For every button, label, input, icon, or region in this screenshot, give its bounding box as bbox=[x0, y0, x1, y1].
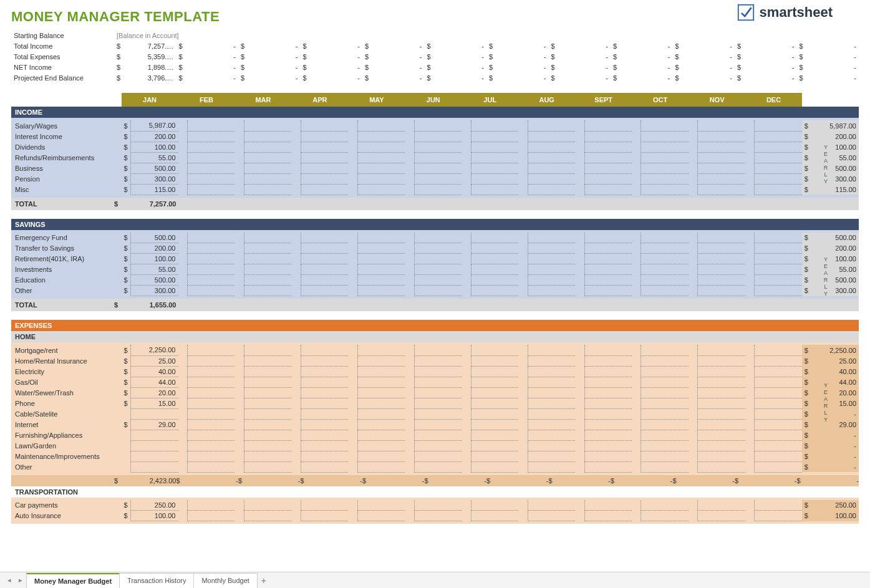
cell-value[interactable] bbox=[641, 275, 689, 286]
cell-value[interactable] bbox=[641, 254, 689, 264]
cell-value[interactable] bbox=[471, 440, 518, 451]
cell-value[interactable] bbox=[471, 286, 518, 296]
cell-value[interactable] bbox=[755, 511, 802, 521]
cell-value[interactable]: - bbox=[331, 72, 362, 83]
cell-value[interactable]: - bbox=[331, 41, 362, 51]
cell-value[interactable] bbox=[187, 152, 234, 163]
cell-value[interactable] bbox=[471, 419, 518, 430]
cell-value[interactable] bbox=[301, 451, 348, 461]
cell-value[interactable] bbox=[131, 451, 178, 461]
cell-value[interactable]: - bbox=[518, 72, 549, 83]
cell-value[interactable] bbox=[698, 264, 745, 275]
cell-value[interactable]: - bbox=[331, 62, 362, 72]
cell-value[interactable] bbox=[187, 440, 234, 451]
cell-value[interactable] bbox=[528, 408, 575, 419]
cell-value[interactable] bbox=[244, 355, 291, 366]
cell-value[interactable] bbox=[703, 198, 735, 210]
cell-value[interactable] bbox=[528, 419, 575, 430]
cell-value[interactable] bbox=[357, 511, 405, 521]
cell-value[interactable] bbox=[641, 440, 689, 451]
cell-value[interactable] bbox=[528, 254, 575, 264]
cell-value[interactable] bbox=[244, 451, 291, 461]
cell-value[interactable]: - bbox=[455, 72, 486, 83]
cell-value[interactable] bbox=[357, 387, 405, 398]
cell-value[interactable]: - bbox=[703, 41, 735, 51]
cell-value[interactable] bbox=[414, 131, 462, 142]
cell-value[interactable] bbox=[641, 511, 689, 521]
cell-value[interactable] bbox=[698, 500, 745, 511]
cell-value[interactable] bbox=[357, 120, 405, 131]
cell-value[interactable]: - bbox=[455, 62, 486, 72]
cell-value[interactable] bbox=[187, 345, 234, 355]
cell-value[interactable] bbox=[755, 366, 802, 377]
cell-value[interactable]: 500.00 bbox=[131, 275, 178, 286]
cell-value[interactable] bbox=[244, 131, 291, 142]
cell-value[interactable] bbox=[244, 377, 291, 387]
cell-value[interactable]: - bbox=[579, 475, 611, 486]
cell-value[interactable] bbox=[698, 355, 745, 366]
cell-value[interactable] bbox=[471, 461, 518, 472]
cell-value[interactable] bbox=[301, 408, 348, 419]
cell-value[interactable] bbox=[584, 398, 632, 408]
cell-value[interactable] bbox=[301, 243, 348, 254]
cell-value[interactable] bbox=[471, 131, 518, 142]
cell-value[interactable]: - bbox=[828, 475, 859, 486]
cell-value[interactable] bbox=[244, 264, 291, 275]
cell-value[interactable] bbox=[471, 408, 518, 419]
cell-value[interactable] bbox=[641, 419, 689, 430]
cell-value[interactable] bbox=[455, 198, 486, 210]
cell-value[interactable] bbox=[414, 387, 462, 398]
cell-value[interactable] bbox=[471, 233, 518, 243]
cell-value[interactable] bbox=[584, 387, 632, 398]
cell-value[interactable] bbox=[698, 430, 745, 440]
cell-value[interactable] bbox=[698, 377, 745, 387]
cell-value[interactable] bbox=[471, 163, 518, 173]
cell-value[interactable] bbox=[131, 430, 178, 440]
cell-value[interactable] bbox=[755, 131, 802, 142]
cell-value[interactable] bbox=[471, 366, 518, 377]
cell-value[interactable] bbox=[301, 233, 348, 243]
cell-value[interactable] bbox=[471, 377, 518, 387]
cell-value[interactable] bbox=[187, 131, 234, 142]
cell-value[interactable]: - bbox=[703, 62, 735, 72]
cell-value[interactable] bbox=[471, 243, 518, 254]
cell-value[interactable] bbox=[414, 419, 462, 430]
starting-balance-placeholder[interactable]: [Balance in Account] bbox=[114, 30, 859, 41]
cell-value[interactable] bbox=[528, 243, 575, 254]
cell-value[interactable] bbox=[755, 254, 802, 264]
cell-value[interactable] bbox=[301, 419, 348, 430]
cell-value[interactable] bbox=[584, 419, 632, 430]
cell-value[interactable] bbox=[641, 408, 689, 419]
cell-value[interactable]: - bbox=[207, 62, 238, 72]
cell-value[interactable] bbox=[414, 398, 462, 408]
cell-value[interactable] bbox=[357, 173, 405, 184]
cell-value[interactable] bbox=[187, 419, 234, 430]
cell-value[interactable] bbox=[357, 233, 405, 243]
cell-value[interactable] bbox=[584, 355, 632, 366]
cell-value[interactable] bbox=[698, 440, 745, 451]
cell-value[interactable] bbox=[455, 299, 486, 311]
cell-value[interactable]: 100.00 bbox=[131, 254, 178, 264]
cell-value[interactable]: 100.00 bbox=[131, 142, 178, 152]
cell-value[interactable] bbox=[357, 440, 405, 451]
cell-value[interactable] bbox=[357, 408, 405, 419]
cell-value[interactable] bbox=[641, 398, 689, 408]
cell-value[interactable] bbox=[755, 142, 802, 152]
cell-value[interactable] bbox=[131, 408, 178, 419]
cell-value[interactable]: 40.00 bbox=[131, 366, 178, 377]
cell-value[interactable]: 200.00 bbox=[131, 131, 178, 142]
cell-value[interactable] bbox=[528, 398, 575, 408]
cell-value[interactable] bbox=[394, 299, 425, 311]
cell-value[interactable] bbox=[528, 430, 575, 440]
cell-value[interactable] bbox=[357, 398, 405, 408]
cell-value[interactable] bbox=[698, 184, 745, 195]
cell-value[interactable]: - bbox=[331, 475, 362, 486]
cell-value[interactable] bbox=[528, 366, 575, 377]
cell-value[interactable] bbox=[244, 430, 291, 440]
cell-value[interactable] bbox=[244, 408, 291, 419]
cell-value[interactable] bbox=[698, 511, 745, 521]
cell-value[interactable] bbox=[766, 198, 797, 210]
cell-value[interactable] bbox=[698, 419, 745, 430]
cell-value[interactable] bbox=[828, 198, 859, 210]
cell-value[interactable] bbox=[244, 163, 291, 173]
